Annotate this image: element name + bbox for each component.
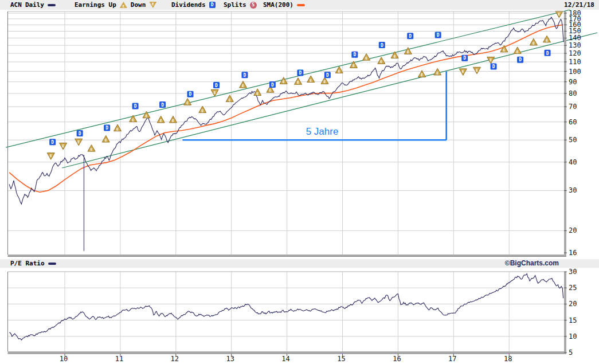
annotation-label: 5 Jahre [293, 126, 351, 138]
svg-text:D: D [353, 52, 356, 57]
svg-text:E: E [91, 147, 93, 152]
svg-text:E: E [546, 38, 548, 43]
svg-text:30: 30 [569, 268, 577, 276]
split-icon: S [250, 2, 257, 9]
pe-title-group: P/E Ratio [10, 259, 56, 268]
svg-text:12: 12 [171, 355, 179, 363]
symbol-group: ACN Daily [10, 0, 56, 10]
svg-text:E: E [533, 41, 535, 46]
sma-legend-group: SMA(200) [263, 0, 305, 10]
svg-text:E: E [503, 48, 506, 53]
svg-text:10: 10 [60, 355, 68, 363]
earnings-up-icon: E [120, 2, 127, 8]
svg-text:14: 14 [281, 355, 289, 363]
svg-text:50: 50 [569, 136, 577, 144]
svg-text:E: E [242, 84, 244, 88]
svg-text:E: E [353, 64, 355, 68]
svg-text:D: D [105, 126, 108, 131]
svg-text:E: E [297, 80, 299, 85]
svg-text:E: E [365, 56, 367, 61]
svg-text:D: D [79, 131, 81, 136]
svg-text:70: 70 [569, 103, 577, 111]
svg-text:D: D [134, 104, 137, 109]
earnings-up-label: Earnings Up [75, 1, 116, 9]
svg-text:E: E [229, 98, 231, 103]
pe-series-swatch [48, 263, 56, 265]
earnings-down-label: Down [131, 1, 146, 9]
splits-legend-group: Splits S [224, 0, 257, 10]
svg-text:D: D [381, 43, 383, 48]
timeframe-label: Daily [25, 1, 44, 9]
svg-text:90: 90 [569, 78, 577, 86]
symbol-label: ACN [10, 1, 22, 9]
dividends-legend-group: Dividends D [171, 0, 216, 10]
earnings-legend-group: Earnings Up E Down E [75, 0, 156, 10]
svg-text:E: E [132, 118, 134, 123]
svg-text:15: 15 [569, 316, 577, 324]
bigcharts-screen: ACN Daily Earnings Up E Down E Dividends… [0, 0, 599, 364]
svg-text:D: D [326, 73, 329, 78]
dividend-icon: D [209, 2, 216, 8]
svg-text:E: E [516, 50, 519, 54]
svg-text:D: D [244, 73, 246, 78]
svg-text:E: E [105, 138, 107, 143]
svg-text:D: D [437, 33, 440, 38]
svg-text:E: E [558, 12, 560, 17]
svg-text:D: D [463, 56, 466, 61]
svg-text:17: 17 [448, 355, 456, 363]
splits-label: Splits [224, 1, 246, 9]
svg-text:E: E [394, 54, 396, 59]
svg-text:E: E [50, 154, 52, 158]
svg-text:E: E [62, 144, 64, 148]
svg-text:D: D [161, 103, 164, 108]
svg-text:15: 15 [337, 355, 345, 363]
svg-text:11: 11 [115, 355, 123, 363]
svg-text:D: D [546, 51, 549, 56]
svg-text:E: E [145, 114, 147, 119]
svg-text:60: 60 [569, 118, 577, 126]
sma-label: SMA(200) [263, 1, 293, 9]
svg-text:5: 5 [569, 349, 573, 357]
svg-text:E: E [324, 80, 326, 84]
svg-text:E: E [186, 101, 189, 105]
svg-text:E: E [269, 88, 272, 93]
svg-text:E: E [338, 69, 340, 74]
svg-text:120: 120 [569, 49, 581, 57]
svg-text:E: E [77, 140, 80, 144]
svg-text:E: E [380, 60, 382, 64]
svg-text:110: 110 [569, 58, 581, 66]
svg-text:E: E [476, 68, 478, 73]
svg-text:D: D [299, 71, 302, 76]
sma-swatch [297, 4, 305, 6]
legend-bar: ACN Daily Earnings Up E Down E Dividends… [0, 0, 599, 10]
bigcharts-copyright: ©BigCharts.com [505, 259, 559, 268]
earnings-down-icon: E [149, 2, 156, 8]
svg-text:D: D [51, 140, 54, 145]
svg-text:E: E [310, 79, 312, 83]
price-series-swatch [48, 4, 56, 6]
svg-text:40: 40 [569, 158, 577, 166]
svg-text:18: 18 [504, 355, 512, 363]
svg-text:E: E [421, 73, 423, 77]
svg-text:16: 16 [569, 249, 577, 257]
svg-text:80: 80 [569, 89, 577, 97]
svg-text:16: 16 [393, 355, 401, 363]
pe-header-bar: P/E Ratio ©BigCharts.com [0, 259, 599, 268]
svg-text:D: D [519, 57, 522, 62]
dividends-label: Dividends [171, 1, 206, 9]
svg-text:D: D [215, 83, 218, 88]
svg-text:D: D [409, 34, 412, 39]
svg-text:13: 13 [226, 355, 234, 363]
svg-text:E: E [256, 92, 259, 96]
svg-text:E: E [172, 119, 174, 123]
svg-text:D: D [492, 64, 495, 69]
svg-text:E: E [201, 109, 203, 113]
svg-text:D: D [189, 92, 192, 97]
pe-ratio-chart[interactable]: 30252015105101112131415161718 [0, 267, 599, 364]
svg-text:30: 30 [569, 186, 577, 194]
svg-text:100: 100 [569, 68, 581, 76]
svg-text:E: E [160, 119, 162, 123]
last-date-label: 12/21/18 [564, 0, 594, 10]
svg-text:25: 25 [569, 284, 577, 292]
svg-text:E: E [116, 127, 119, 132]
